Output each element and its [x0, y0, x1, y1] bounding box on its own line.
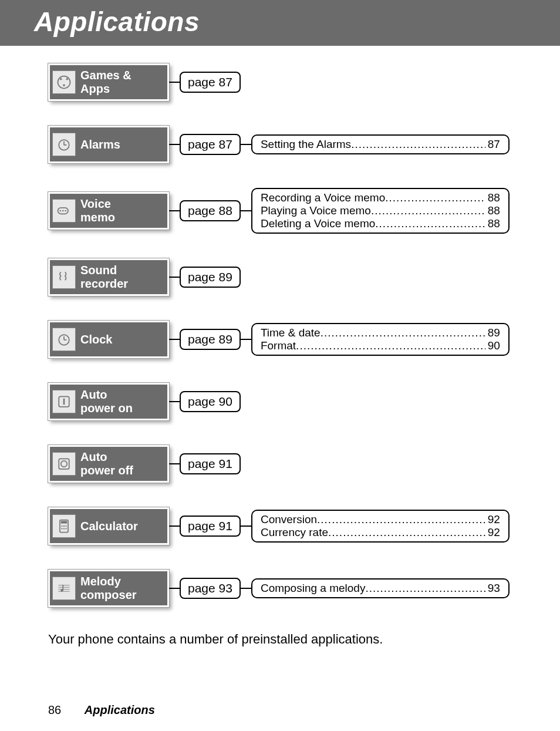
svg-point-25 [65, 528, 66, 529]
connector-line [169, 339, 180, 340]
app-tile: Auto power on [48, 383, 169, 420]
melody-composer-icon [52, 577, 76, 600]
power-on-icon [52, 390, 76, 413]
app-tile-label: Auto power on [80, 388, 133, 415]
connector-line [169, 463, 180, 464]
connector-line [241, 144, 251, 145]
leader-dots [365, 582, 485, 595]
connector-line [169, 401, 180, 402]
detail-row: Playing a Voice memo88 [261, 204, 500, 217]
footer-chapter: Applications [85, 703, 155, 716]
games-apps-icon [52, 70, 76, 94]
app-row: Calculatorpage 91Conversion92Currency ra… [48, 507, 525, 545]
detail-row: Composing a melody93 [261, 582, 500, 595]
power-off-icon [52, 452, 76, 476]
leader-dots [296, 339, 485, 352]
connector-line [169, 144, 180, 145]
detail-text: Currency rate [261, 526, 328, 539]
detail-text: Deleting a Voice memo [261, 217, 375, 230]
app-tile: Auto power off [48, 445, 169, 483]
leader-dots [371, 204, 485, 217]
svg-rect-19 [61, 521, 68, 523]
page-ref-box: page 93 [180, 578, 241, 599]
detail-text: Setting the Alarms [261, 138, 351, 151]
detail-page: 87 [485, 138, 500, 151]
detail-page: 92 [485, 526, 500, 539]
svg-point-1 [60, 78, 62, 80]
detail-text: Time & date [261, 326, 321, 339]
app-tile-label: Melody composer [80, 575, 137, 602]
app-tile-label: Calculator [80, 520, 138, 533]
app-tile: Sound recorder [48, 258, 169, 296]
connector-line [169, 277, 180, 278]
app-row: Auto power offpage 91 [48, 445, 525, 483]
app-tile: Games & Apps [48, 63, 169, 101]
connector-line [169, 82, 180, 83]
connector-line [169, 210, 180, 211]
voice-memo-icon [52, 199, 76, 223]
svg-point-10 [65, 210, 66, 212]
detail-text: Conversion [261, 513, 317, 526]
svg-point-2 [66, 78, 69, 80]
leader-dots [385, 191, 485, 204]
detail-text: Recording a Voice memo [261, 191, 385, 204]
leader-dots [375, 217, 485, 230]
detail-page: 88 [485, 204, 500, 217]
connector-line [169, 525, 180, 527]
detail-row: Currency rate92 [261, 526, 500, 539]
app-row: Voice memopage 88Recording a Voice memo8… [48, 188, 525, 234]
svg-point-20 [61, 525, 62, 527]
app-row: Alarmspage 87Setting the Alarms87 [48, 126, 525, 163]
app-tile-label: Sound recorder [80, 264, 128, 291]
detail-row: Setting the Alarms87 [261, 138, 500, 151]
app-row: Games & Appspage 87 [48, 63, 525, 101]
app-row: Melody composerpage 93Composing a melody… [48, 570, 525, 607]
detail-page: 93 [485, 582, 500, 595]
svg-point-0 [58, 76, 70, 89]
app-tile-label: Auto power off [80, 450, 133, 477]
detail-box: Composing a melody93 [251, 578, 510, 598]
app-tile-label: Alarms [80, 138, 120, 151]
detail-page: 89 [485, 326, 500, 339]
app-tile-label: Clock [80, 333, 112, 346]
detail-row: Conversion92 [261, 513, 500, 526]
app-tile: Alarms [48, 126, 169, 163]
page-ref-box: page 87 [180, 72, 241, 93]
leader-dots [321, 326, 485, 339]
app-row: Auto power onpage 90 [48, 383, 525, 420]
page-footer: 86 Applications [48, 703, 155, 717]
detail-page: 88 [485, 191, 500, 204]
app-tile: Melody composer [48, 570, 169, 607]
detail-box: Setting the Alarms87 [251, 134, 510, 154]
svg-point-23 [61, 528, 62, 529]
app-row: Clockpage 89Time & date89Format90 [48, 321, 525, 358]
svg-point-3 [63, 85, 65, 87]
page-ref-box: page 90 [180, 391, 241, 412]
leader-dots [328, 526, 485, 539]
svg-point-9 [62, 210, 64, 212]
page-ref-box: page 87 [180, 134, 241, 155]
detail-row: Format90 [261, 339, 500, 352]
detail-text: Playing a Voice memo [261, 204, 371, 217]
app-tile: Clock [48, 321, 169, 358]
clock-icon [52, 328, 76, 351]
app-tile: Calculator [48, 507, 169, 545]
detail-box: Time & date89Format90 [251, 323, 510, 356]
detail-row: Time & date89 [261, 326, 500, 339]
page-ref-box: page 89 [180, 267, 241, 288]
leader-dots [317, 513, 485, 526]
page-ref-box: page 91 [180, 453, 241, 474]
app-tile: Voice memo [48, 192, 169, 230]
svg-point-24 [63, 528, 65, 529]
page-ref-box: page 91 [180, 516, 241, 537]
svg-point-17 [61, 461, 68, 467]
svg-point-8 [60, 210, 62, 212]
detail-box: Conversion92Currency rate92 [251, 510, 510, 543]
alarm-icon [52, 133, 76, 156]
page-ref-box: page 88 [180, 200, 241, 221]
sound-recorder-icon [52, 265, 76, 289]
connector-line [169, 588, 180, 589]
detail-row: Recording a Voice memo88 [261, 191, 500, 204]
app-row: Sound recorderpage 89 [48, 258, 525, 296]
leader-dots [351, 138, 485, 151]
